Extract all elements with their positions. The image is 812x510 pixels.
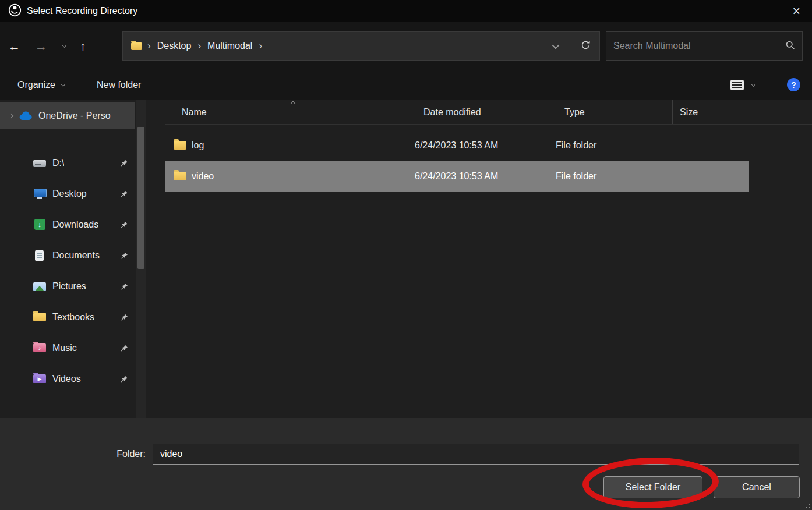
search-box <box>606 31 803 61</box>
breadcrumb-desktop[interactable]: Desktop <box>156 41 193 51</box>
pin-icon <box>120 159 128 167</box>
nav-buttons: ← → ↑ <box>8 40 122 52</box>
pin-icon <box>120 313 128 321</box>
column-headers: Name Date modified Type Size <box>165 100 812 125</box>
breadcrumb-separator: › <box>147 40 151 52</box>
navigation-bar: ← → ↑ › Desktop › Multimodal › <box>0 22 812 70</box>
expand-chevron-icon[interactable] <box>9 114 13 118</box>
file-name: video <box>192 171 214 182</box>
navigation-pane: OneDrive - Perso D:\ Desktop ↓ Downloads <box>0 100 151 418</box>
documents-icon <box>33 250 47 261</box>
sidebar-item-pictures[interactable]: Pictures <box>0 271 135 302</box>
organize-dropdown-icon <box>61 82 65 86</box>
pin-icon <box>120 221 128 229</box>
obs-logo-icon <box>8 3 22 19</box>
folder-name-input[interactable] <box>153 444 799 465</box>
music-folder-icon: ♪ <box>33 342 47 354</box>
folder-icon <box>174 172 186 180</box>
file-row-video[interactable]: video 6/24/2023 10:53 AM File folder <box>165 161 749 192</box>
folder-icon <box>174 141 186 150</box>
sidebar-divider <box>9 140 126 140</box>
column-header-date-modified[interactable]: Date modified <box>416 100 556 124</box>
sidebar-item-label: Music <box>52 343 77 353</box>
sidebar-item-downloads[interactable]: ↓ Downloads <box>0 209 135 240</box>
view-options-icon[interactable] <box>730 80 744 90</box>
sidebar-item-label: Pictures <box>52 281 86 292</box>
back-button[interactable]: ← <box>8 40 20 52</box>
close-button[interactable]: × <box>789 5 804 18</box>
sidebar-item-textbooks[interactable]: Textbooks <box>0 302 135 332</box>
refresh-icon <box>580 40 591 51</box>
new-folder-button[interactable]: New folder <box>97 80 141 90</box>
sidebar-item-label: D:\ <box>52 158 64 168</box>
column-header-type[interactable]: Type <box>556 100 672 124</box>
downloads-icon: ↓ <box>33 219 47 231</box>
pictures-icon <box>33 281 47 292</box>
pin-icon <box>120 282 128 291</box>
file-list-pane: Name Date modified Type Size log 6/24/20… <box>151 100 812 418</box>
address-dropdown-button[interactable] <box>546 40 563 53</box>
pin-icon <box>120 344 128 352</box>
file-type: File folder <box>548 140 664 151</box>
sidebar-item-label: Desktop <box>52 189 87 199</box>
window-title: Select Recording Directory <box>27 6 137 16</box>
desktop-icon <box>33 188 47 200</box>
sidebar-scrollbar-thumb[interactable] <box>137 127 144 269</box>
select-folder-button[interactable]: Select Folder <box>603 476 702 498</box>
search-input[interactable] <box>613 41 785 51</box>
dialog-footer: Folder: Select Folder Cancel <box>0 418 812 510</box>
pin-icon <box>120 375 128 383</box>
videos-folder-icon: ▶ <box>33 373 47 385</box>
file-row-log[interactable]: log 6/24/2023 10:53 AM File folder <box>165 130 749 161</box>
view-options-chevron-icon[interactable] <box>751 82 755 86</box>
breadcrumb-multimodal[interactable]: Multimodal <box>206 41 253 51</box>
sidebar-item-label: OneDrive - Perso <box>38 111 111 121</box>
address-bar[interactable]: › Desktop › Multimodal › <box>122 31 600 61</box>
file-rows: log 6/24/2023 10:53 AM File folder video… <box>165 125 812 192</box>
file-name: log <box>192 140 204 151</box>
file-date-modified: 6/24/2023 10:53 AM <box>408 171 548 182</box>
forward-button[interactable]: → <box>35 40 47 52</box>
drive-icon <box>33 157 47 169</box>
sidebar-item-videos[interactable]: ▶ Videos <box>0 363 135 394</box>
sidebar-item-onedrive[interactable]: OneDrive - Perso <box>0 102 135 129</box>
pin-icon <box>120 252 128 260</box>
onedrive-cloud-icon <box>19 110 33 122</box>
sidebar-item-desktop[interactable]: Desktop <box>0 178 135 209</box>
help-button[interactable]: ? <box>787 78 800 91</box>
breadcrumb-separator: › <box>197 40 201 52</box>
file-date-modified: 6/24/2023 10:53 AM <box>408 140 548 151</box>
refresh-button[interactable] <box>579 38 592 54</box>
organize-button[interactable]: Organize <box>17 80 64 90</box>
toolbar-right: ? <box>730 78 800 91</box>
resize-grip[interactable] <box>803 501 811 509</box>
sidebar-item-label: Videos <box>52 374 81 384</box>
sidebar-item-label: Textbooks <box>52 312 94 323</box>
sidebar-item-music[interactable]: ♪ Music <box>0 332 135 363</box>
sidebar-item-label: Documents <box>52 250 100 261</box>
recent-locations-chevron-icon[interactable] <box>62 42 66 47</box>
file-type: File folder <box>548 171 664 182</box>
command-toolbar: Organize New folder ? <box>0 70 812 100</box>
breadcrumb-separator: › <box>259 40 262 52</box>
pin-icon <box>120 190 128 198</box>
folder-field-label: Folder: <box>0 449 153 459</box>
sidebar-scrollbar[interactable] <box>136 100 146 418</box>
breadcrumb-folder-icon[interactable] <box>131 42 142 50</box>
dialog-content: OneDrive - Perso D:\ Desktop ↓ Downloads <box>0 100 812 418</box>
sidebar-item-d-drive[interactable]: D:\ <box>0 147 135 178</box>
sidebar-item-documents[interactable]: Documents <box>0 240 135 271</box>
up-button[interactable]: ↑ <box>80 40 86 52</box>
folder-icon <box>33 311 47 323</box>
cancel-button[interactable]: Cancel <box>714 476 800 498</box>
column-header-size[interactable]: Size <box>672 100 750 124</box>
sidebar-item-label: Downloads <box>52 219 98 230</box>
title-bar: Select Recording Directory × <box>0 0 812 22</box>
select-recording-directory-dialog: Select Recording Directory × ← → ↑ › Des… <box>0 0 812 510</box>
search-icon[interactable] <box>785 40 795 52</box>
